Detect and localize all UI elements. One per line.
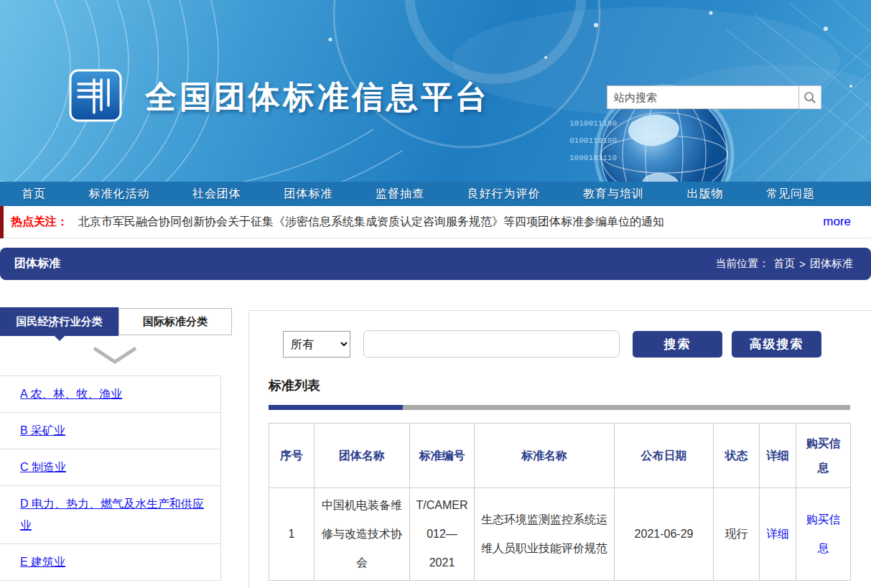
more-link[interactable]: more	[823, 215, 851, 229]
cell-date: 2021-06-29	[615, 488, 714, 581]
main-nav: 首页 标准化活动 社会团体 团体标准 监督抽查 良好行为评价 教育与培训 出版物…	[0, 182, 871, 206]
category-select[interactable]: 所有	[283, 331, 350, 358]
sidebar-category-list: A 农、林、牧、渔业 B 采矿业 C 制造业 D 电力、热力、燃气及水生产和供应…	[0, 375, 221, 581]
hot-topic-bar: 热点关注： 北京市军民融合协同创新协会关于征集《涉密信息系统集成资质认定咨询服务…	[0, 206, 871, 238]
sidebar-item-construction[interactable]: E 建筑业	[20, 556, 65, 568]
sidebar-item-mining[interactable]: B 采矿业	[20, 424, 65, 437]
cell-org: 中国机电装备维修与改造技术协会	[315, 488, 410, 581]
list-title-underline	[269, 405, 850, 410]
cell-status: 现行	[714, 488, 760, 581]
search-icon	[804, 91, 816, 104]
col-header-status: 状态	[714, 424, 760, 488]
nav-item-good-behavior[interactable]: 良好行为评价	[467, 187, 541, 202]
nav-item-supervision[interactable]: 监督抽查	[376, 187, 424, 202]
standards-table: 序号 团体名称 标准编号 标准名称 公布日期 状态 详细 购买信息 1 中国机电…	[269, 423, 851, 581]
binary-texture: 1010011100 0100110100 1000101110	[569, 115, 617, 167]
breadcrumb: 当前位置： 首页 > 团体标准	[715, 257, 853, 271]
col-header-buy: 购买信息	[796, 424, 851, 488]
cell-index: 1	[269, 488, 315, 581]
breadcrumb-label: 当前位置：	[715, 257, 769, 271]
standards-list-title: 标准列表	[269, 377, 320, 394]
col-header-index: 序号	[269, 424, 315, 488]
nav-item-standardization[interactable]: 标准化活动	[89, 187, 150, 202]
detail-link[interactable]: 详细	[766, 528, 789, 540]
site-logo[interactable]	[68, 68, 123, 123]
nav-item-home[interactable]: 首页	[22, 187, 46, 202]
nav-item-faq[interactable]: 常见问题	[766, 187, 815, 202]
main-content-panel: 所有 搜索 高级搜索 标准列表 序号 团体名称 标准编号 标准名称 公布日期 状…	[248, 310, 871, 588]
chevron-down-icon[interactable]	[90, 345, 140, 366]
list-item: A 农、林、牧、渔业	[0, 376, 220, 413]
page-title: 团体标准	[14, 256, 60, 271]
table-header-row: 序号 团体名称 标准编号 标准名称 公布日期 状态 详细 购买信息	[269, 424, 851, 488]
site-search-button[interactable]	[799, 85, 821, 109]
col-header-name: 标准名称	[475, 424, 615, 488]
col-header-date: 公布日期	[615, 424, 714, 488]
col-header-detail: 详细	[760, 424, 796, 488]
list-item: E 建筑业	[0, 544, 220, 581]
tab-international-classification[interactable]: 国际标准分类	[118, 308, 232, 335]
header-banner: 全国团体标准信息平台 1010011100 0100110100 1000101…	[0, 0, 871, 182]
sidebar-item-agriculture[interactable]: A 农、林、牧、渔业	[20, 388, 122, 400]
tab-label: 国民经济行业分类	[17, 315, 103, 329]
list-item: B 采矿业	[0, 413, 220, 449]
tab-national-economy-classification[interactable]: 国民经济行业分类	[0, 307, 118, 336]
cell-code: T/CAMER 012—2021	[410, 488, 475, 581]
cell-name: 生态环境监测监控系统运维人员职业技能评价规范	[475, 488, 615, 581]
col-header-code: 标准编号	[410, 424, 475, 488]
tab-label: 国际标准分类	[143, 315, 208, 329]
sidebar-item-manufacturing[interactable]: C 制造业	[20, 461, 66, 473]
nav-item-social-groups[interactable]: 社会团体	[192, 187, 241, 202]
breadcrumb-separator: >	[799, 258, 806, 270]
cell-detail: 详细	[760, 488, 796, 581]
table-row: 1 中国机电装备维修与改造技术协会 T/CAMER 012—2021 生态环境监…	[269, 488, 851, 581]
buy-info-link[interactable]: 购买信息	[806, 513, 841, 554]
search-button[interactable]: 搜索	[633, 331, 722, 358]
page-title-bar: 团体标准 当前位置： 首页 > 团体标准	[0, 248, 871, 280]
nav-item-publications[interactable]: 出版物	[687, 187, 724, 202]
hot-topic-news-link[interactable]: 北京市军民融合协同创新协会关于征集《涉密信息系统集成资质认定咨询服务规范》等四项…	[78, 215, 664, 230]
list-item: C 制造业	[0, 449, 220, 486]
breadcrumb-home-link[interactable]: 首页	[773, 257, 795, 271]
keyword-input[interactable]	[363, 330, 620, 358]
cell-buy: 购买信息	[796, 488, 851, 581]
hot-topic-label: 热点关注：	[11, 215, 68, 230]
breadcrumb-current: 团体标准	[810, 257, 853, 271]
list-item: D 电力、热力、燃气及水生产和供应业	[0, 486, 220, 544]
sidebar-item-utilities[interactable]: D 电力、热力、燃气及水生产和供应业	[20, 498, 204, 531]
col-header-org: 团体名称	[315, 424, 410, 488]
site-search	[607, 85, 821, 109]
site-title: 全国团体标准信息平台	[145, 76, 490, 118]
nav-item-group-standards[interactable]: 团体标准	[284, 187, 333, 202]
sidebar-tabs: 国民经济行业分类 国际标准分类	[0, 307, 232, 336]
advanced-search-button[interactable]: 高级搜索	[732, 331, 821, 358]
nav-item-education[interactable]: 教育与培训	[583, 187, 644, 202]
hot-topic-stripe	[0, 206, 4, 238]
site-search-input[interactable]	[607, 85, 799, 109]
